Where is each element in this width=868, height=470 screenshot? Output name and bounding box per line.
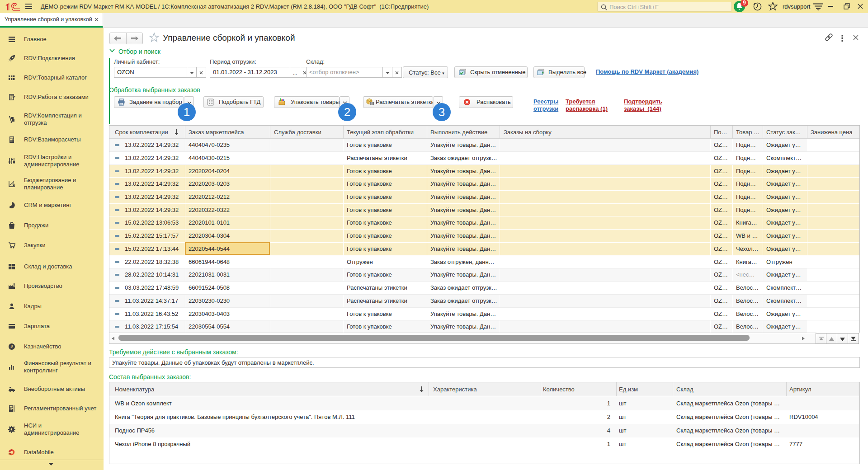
svg-text:₽: ₽ [10,344,13,349]
svg-text:₽: ₽ [13,183,15,186]
svg-text:m: m [9,452,11,455]
